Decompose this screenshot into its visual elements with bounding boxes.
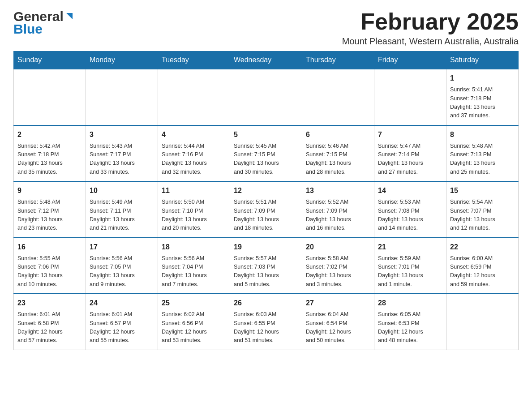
day-info: Sunrise: 5:56 AM Sunset: 7:04 PM Dayligh… (162, 254, 226, 289)
day-info: Sunrise: 5:57 AM Sunset: 7:03 PM Dayligh… (234, 254, 298, 289)
day-number: 3 (90, 129, 154, 140)
day-number: 12 (234, 185, 298, 196)
title-section: February 2025 Mount Pleasant, Western Au… (342, 9, 519, 47)
day-info: Sunrise: 5:56 AM Sunset: 7:05 PM Dayligh… (90, 254, 154, 289)
day-number: 28 (378, 298, 442, 308)
calendar-day-8: 8Sunrise: 5:48 AM Sunset: 7:13 PM Daylig… (446, 125, 519, 182)
calendar-body: 1Sunrise: 5:41 AM Sunset: 7:18 PM Daylig… (14, 69, 519, 350)
day-info: Sunrise: 6:00 AM Sunset: 6:59 PM Dayligh… (450, 254, 515, 289)
calendar-header-friday: Friday (374, 51, 446, 69)
calendar-day-19: 19Sunrise: 5:57 AM Sunset: 7:03 PM Dayli… (230, 238, 302, 294)
day-number: 5 (234, 129, 298, 140)
day-info: Sunrise: 5:48 AM Sunset: 7:13 PM Dayligh… (450, 142, 515, 177)
calendar-day-26: 26Sunrise: 6:03 AM Sunset: 6:55 PM Dayli… (230, 294, 302, 350)
calendar-day-12: 12Sunrise: 5:51 AM Sunset: 7:09 PM Dayli… (230, 181, 302, 238)
day-info: Sunrise: 5:41 AM Sunset: 7:18 PM Dayligh… (450, 86, 515, 120)
page-header: General Blue February 2025 Mount Pleasan… (13, 9, 519, 47)
calendar-header-sunday: Sunday (14, 51, 86, 69)
day-number: 13 (306, 185, 370, 196)
calendar-day-17: 17Sunrise: 5:56 AM Sunset: 7:05 PM Dayli… (86, 238, 158, 294)
calendar-header-wednesday: Wednesday (230, 51, 302, 69)
calendar-week-row: 2Sunrise: 5:42 AM Sunset: 7:18 PM Daylig… (14, 125, 519, 182)
day-info: Sunrise: 5:55 AM Sunset: 7:06 PM Dayligh… (17, 254, 82, 289)
calendar-header-saturday: Saturday (446, 51, 519, 69)
calendar-empty-cell (86, 69, 158, 125)
calendar-day-27: 27Sunrise: 6:04 AM Sunset: 6:54 PM Dayli… (302, 294, 374, 350)
calendar-header-tuesday: Tuesday (158, 51, 230, 69)
day-number: 18 (162, 242, 226, 253)
calendar-day-20: 20Sunrise: 5:58 AM Sunset: 7:02 PM Dayli… (302, 238, 374, 294)
day-number: 4 (162, 129, 226, 140)
day-number: 17 (90, 242, 154, 253)
calendar-week-row: 9Sunrise: 5:48 AM Sunset: 7:12 PM Daylig… (14, 181, 519, 238)
day-number: 2 (17, 129, 82, 140)
day-info: Sunrise: 5:58 AM Sunset: 7:02 PM Dayligh… (306, 254, 370, 289)
calendar-header-thursday: Thursday (302, 51, 374, 69)
day-info: Sunrise: 5:54 AM Sunset: 7:07 PM Dayligh… (450, 198, 515, 233)
day-info: Sunrise: 6:01 AM Sunset: 6:57 PM Dayligh… (90, 310, 154, 345)
logo-triangle-icon (64, 11, 74, 21)
day-number: 1 (450, 73, 515, 84)
calendar-day-13: 13Sunrise: 5:52 AM Sunset: 7:09 PM Dayli… (302, 181, 374, 238)
day-info: Sunrise: 6:02 AM Sunset: 6:56 PM Dayligh… (162, 310, 226, 345)
calendar-day-23: 23Sunrise: 6:01 AM Sunset: 6:58 PM Dayli… (14, 294, 86, 350)
calendar-day-9: 9Sunrise: 5:48 AM Sunset: 7:12 PM Daylig… (14, 181, 86, 238)
day-info: Sunrise: 6:03 AM Sunset: 6:55 PM Dayligh… (234, 310, 298, 345)
calendar-day-15: 15Sunrise: 5:54 AM Sunset: 7:07 PM Dayli… (446, 181, 519, 238)
svg-marker-0 (66, 13, 73, 19)
calendar-day-6: 6Sunrise: 5:46 AM Sunset: 7:15 PM Daylig… (302, 125, 374, 182)
day-number: 6 (306, 129, 370, 140)
calendar-empty-cell (158, 69, 230, 125)
calendar-empty-cell (302, 69, 374, 125)
day-info: Sunrise: 5:50 AM Sunset: 7:10 PM Dayligh… (162, 198, 226, 233)
day-number: 19 (234, 242, 298, 253)
calendar-day-1: 1Sunrise: 5:41 AM Sunset: 7:18 PM Daylig… (446, 69, 519, 125)
day-number: 24 (90, 298, 154, 308)
day-number: 25 (162, 298, 226, 308)
day-info: Sunrise: 6:04 AM Sunset: 6:54 PM Dayligh… (306, 310, 370, 345)
day-info: Sunrise: 5:47 AM Sunset: 7:14 PM Dayligh… (378, 142, 442, 177)
calendar-day-7: 7Sunrise: 5:47 AM Sunset: 7:14 PM Daylig… (374, 125, 446, 182)
day-info: Sunrise: 5:42 AM Sunset: 7:18 PM Dayligh… (17, 142, 82, 177)
day-info: Sunrise: 6:01 AM Sunset: 6:58 PM Dayligh… (17, 310, 82, 345)
day-number: 15 (450, 185, 515, 196)
day-number: 22 (450, 242, 515, 253)
day-number: 23 (17, 298, 82, 308)
calendar-empty-cell (230, 69, 302, 125)
day-info: Sunrise: 5:45 AM Sunset: 7:15 PM Dayligh… (234, 142, 298, 177)
day-info: Sunrise: 5:48 AM Sunset: 7:12 PM Dayligh… (17, 198, 82, 233)
day-info: Sunrise: 5:51 AM Sunset: 7:09 PM Dayligh… (234, 198, 298, 233)
calendar-day-24: 24Sunrise: 6:01 AM Sunset: 6:57 PM Dayli… (86, 294, 158, 350)
calendar-day-4: 4Sunrise: 5:44 AM Sunset: 7:16 PM Daylig… (158, 125, 230, 182)
calendar-empty-cell (374, 69, 446, 125)
day-number: 9 (17, 185, 82, 196)
calendar-header-monday: Monday (86, 51, 158, 69)
calendar-empty-cell (446, 294, 519, 350)
day-number: 27 (306, 298, 370, 308)
logo-blue-text: Blue (13, 21, 43, 37)
calendar-day-21: 21Sunrise: 5:59 AM Sunset: 7:01 PM Dayli… (374, 238, 446, 294)
day-number: 10 (90, 185, 154, 196)
day-info: Sunrise: 6:05 AM Sunset: 6:53 PM Dayligh… (378, 310, 442, 345)
day-number: 8 (450, 129, 515, 140)
calendar-header: SundayMondayTuesdayWednesdayThursdayFrid… (14, 51, 519, 69)
calendar-day-5: 5Sunrise: 5:45 AM Sunset: 7:15 PM Daylig… (230, 125, 302, 182)
month-title: February 2025 (342, 9, 519, 34)
calendar-header-row: SundayMondayTuesdayWednesdayThursdayFrid… (14, 51, 519, 69)
calendar-empty-cell (14, 69, 86, 125)
day-number: 16 (17, 242, 82, 253)
calendar-day-16: 16Sunrise: 5:55 AM Sunset: 7:06 PM Dayli… (14, 238, 86, 294)
day-info: Sunrise: 5:49 AM Sunset: 7:11 PM Dayligh… (90, 198, 154, 233)
day-info: Sunrise: 5:59 AM Sunset: 7:01 PM Dayligh… (378, 254, 442, 289)
day-info: Sunrise: 5:43 AM Sunset: 7:17 PM Dayligh… (90, 142, 154, 177)
logo: General Blue (13, 9, 74, 37)
day-number: 14 (378, 185, 442, 196)
calendar-day-28: 28Sunrise: 6:05 AM Sunset: 6:53 PM Dayli… (374, 294, 446, 350)
day-number: 21 (378, 242, 442, 253)
day-info: Sunrise: 5:52 AM Sunset: 7:09 PM Dayligh… (306, 198, 370, 233)
calendar-day-14: 14Sunrise: 5:53 AM Sunset: 7:08 PM Dayli… (374, 181, 446, 238)
calendar-day-10: 10Sunrise: 5:49 AM Sunset: 7:11 PM Dayli… (86, 181, 158, 238)
calendar-day-22: 22Sunrise: 6:00 AM Sunset: 6:59 PM Dayli… (446, 238, 519, 294)
calendar-table: SundayMondayTuesdayWednesdayThursdayFrid… (13, 51, 519, 350)
day-number: 20 (306, 242, 370, 253)
